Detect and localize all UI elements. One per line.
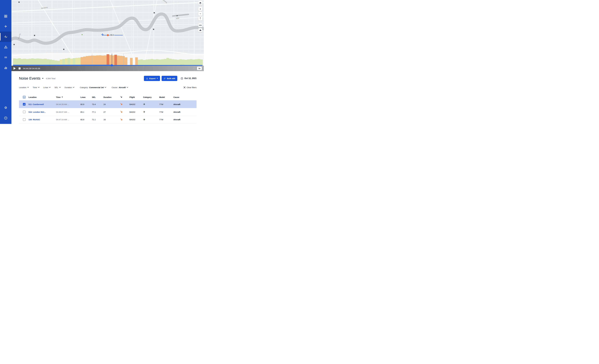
location-link[interactable]: 511: Camberwell <box>28 103 56 106</box>
monitor-marker[interactable] <box>154 12 155 13</box>
cause-cell: Aircraft <box>173 118 196 121</box>
col-header-lmax[interactable]: Lmax <box>80 96 92 98</box>
filter-time[interactable]: Time <box>33 86 40 89</box>
flight-cell: BA032 <box>130 111 143 113</box>
lmax-cell: 60.8 <box>80 118 92 121</box>
mute-icon[interactable] <box>192 67 195 70</box>
sidebar-item-reports[interactable] <box>0 62 11 73</box>
date-picker[interactable]: Oct 12, 2021 <box>181 77 196 80</box>
timeline-bars <box>13 53 204 65</box>
filter-sel[interactable]: SEL <box>54 86 61 89</box>
monitor-marker[interactable] <box>153 29 154 30</box>
export-button[interactable]: Export <box>144 76 160 81</box>
sidebar-item-noise-monitoring[interactable] <box>0 32 11 42</box>
tilt-compass-button[interactable] <box>198 17 202 20</box>
playback-bar: 04:44:29/ 04:45:38 1x <box>11 66 204 71</box>
col-header-duration[interactable]: Duration <box>104 96 120 98</box>
noise-event-dot[interactable] <box>107 34 109 36</box>
arrow-down-right-icon <box>120 118 123 121</box>
category-cell: ✈ <box>143 110 159 114</box>
clear-filters-button[interactable]: Clear filters <box>184 86 196 89</box>
model-cell: 77W <box>159 118 173 121</box>
monitor-marker[interactable] <box>63 49 64 50</box>
play-button[interactable] <box>14 67 16 70</box>
sidebar-item-community[interactable] <box>0 52 11 62</box>
timeline-slider-handle[interactable] <box>111 64 113 66</box>
row-checkbox[interactable] <box>23 103 26 106</box>
svg-text:?: ? <box>5 117 6 119</box>
noise-timeline[interactable]: up Rd <box>11 53 204 66</box>
col-header-model[interactable]: Model <box>159 96 173 98</box>
flight-cell: BA032 <box>130 118 143 121</box>
sidebar-item-dashboard[interactable] <box>0 11 11 21</box>
duration-cell: 24 <box>104 103 120 106</box>
time-separator: / <box>31 67 32 70</box>
sidebar-item-settings[interactable]: ⚙ <box>0 103 11 113</box>
col-header-category[interactable]: Category <box>143 96 159 98</box>
filter-lmax[interactable]: Lmax <box>44 86 51 89</box>
filter-category[interactable]: Category: Commercial Jet <box>80 86 106 89</box>
download-icon <box>146 77 148 80</box>
col-header-sel[interactable]: SEL <box>92 96 104 98</box>
zoom-out-button[interactable]: − <box>198 12 202 16</box>
arrow-down-right-icon <box>120 103 123 106</box>
sel-cell: 73.4 <box>92 103 104 106</box>
calendar-icon <box>181 77 183 80</box>
time-cell: 04:47:14 AM ... <box>56 118 80 121</box>
table-row[interactable]: 511: Camberwell 04:44:28 AM ... 60.9 73.… <box>19 100 196 108</box>
bulk-edit-button[interactable]: Bulk edit <box>162 76 177 81</box>
select-all-checkbox[interactable] <box>23 96 26 98</box>
help-icon: ? <box>4 116 7 120</box>
sort-desc-icon <box>62 97 63 98</box>
map-canvas[interactable]: Westway Kew Rd Barking LCY ✈ Parkside ✈ … <box>11 0 204 71</box>
arrow-down-right-icon <box>120 96 123 98</box>
row-checkbox[interactable] <box>23 111 26 113</box>
duration-cell: 16 <box>104 118 120 121</box>
home-button[interactable] <box>198 28 202 32</box>
col-header-time[interactable]: Time <box>56 96 80 98</box>
sidebar-item-help[interactable]: ? <box>0 113 11 123</box>
monitor-marker[interactable] <box>18 1 20 3</box>
descent-cell <box>120 118 130 121</box>
filter-category-value: Commercial Jet <box>89 86 104 89</box>
table-row[interactable]: 516: London Wet... 04:46:07 AM ... 65.1 … <box>19 108 196 116</box>
stop-button[interactable] <box>18 67 20 69</box>
monitor-marker[interactable] <box>14 44 15 45</box>
category-cell: ✈ <box>143 118 159 121</box>
sidebar-item-alerts[interactable] <box>0 42 11 52</box>
monitor-marker[interactable] <box>34 35 35 36</box>
current-time: 04:44:29 <box>23 67 31 70</box>
timeline-progress-fill[interactable] <box>13 65 112 66</box>
noise-events-table: Location Time Lmax SEL Duration Flight C… <box>19 94 196 123</box>
row-checkbox[interactable] <box>23 118 26 121</box>
filter-duration[interactable]: Duration <box>65 86 74 89</box>
col-header-flight[interactable]: Flight <box>130 96 143 98</box>
descent-cell <box>120 103 130 106</box>
col-header-cause[interactable]: Cause <box>173 96 196 98</box>
playback-speed-button[interactable]: 1x <box>197 67 202 70</box>
model-cell: 77W <box>159 111 173 113</box>
aircraft-icon: ✈ <box>143 118 145 121</box>
chevron-down-icon <box>59 87 61 88</box>
col-header-location[interactable]: Location <box>28 96 56 98</box>
close-icon <box>184 87 185 89</box>
filter-duration-label: Duration <box>65 86 72 89</box>
filter-bar: Location Time Lmax SEL Duration <box>19 85 196 89</box>
descent-cell <box>120 110 130 114</box>
tracked-flight-plane-icon[interactable]: ✈ <box>101 33 104 36</box>
location-link[interactable]: 516: London Wet... <box>28 111 56 113</box>
location-link[interactable]: 130: RichGC <box>28 118 56 121</box>
measure-button[interactable] <box>198 23 202 27</box>
sidebar-item-flights[interactable]: ✈ <box>0 21 11 32</box>
filter-location[interactable]: Location <box>19 86 29 89</box>
layers-button[interactable] <box>198 1 202 5</box>
col-header-descent[interactable] <box>120 96 130 98</box>
filter-cause[interactable]: Cause: Aircraft <box>112 86 128 89</box>
map-controls: + − <box>198 1 202 32</box>
zoom-in-button[interactable]: + <box>198 7 202 11</box>
table-row[interactable]: 130: RichGC 04:47:14 AM ... 60.8 71.1 16… <box>19 116 196 123</box>
home-icon <box>199 29 202 31</box>
filter-lmax-label: Lmax <box>44 86 48 89</box>
compass-icon <box>199 17 201 20</box>
title-dropdown-caret-icon[interactable] <box>42 78 44 79</box>
